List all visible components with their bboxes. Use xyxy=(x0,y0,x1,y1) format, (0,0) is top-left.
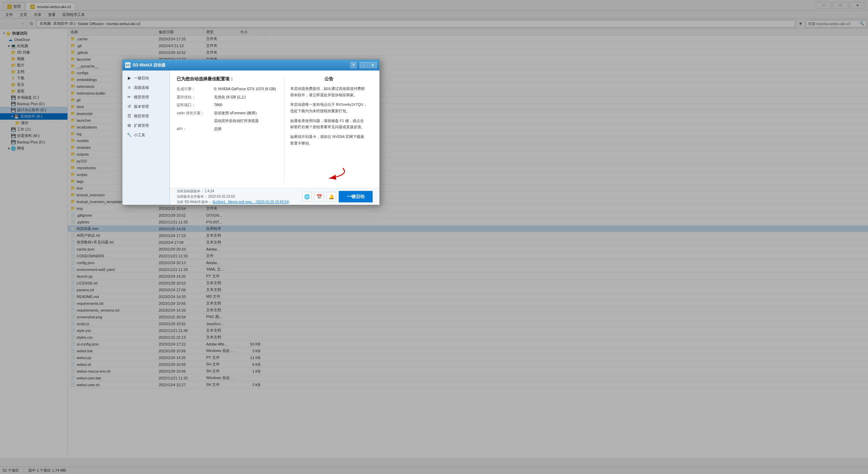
dialog-title-text: SD-WebUI 启动器 xyxy=(133,62,165,68)
dialog-nav-extensions[interactable]: ⊞ 扩展管理 xyxy=(122,121,170,130)
dialog-nav-advanced[interactable]: ≡ 高级选项 xyxy=(122,83,170,92)
info-label-browser xyxy=(177,118,214,124)
launch-icon: ▶ xyxy=(126,75,132,81)
dialog-nav-launch[interactable]: ▶ 一键启动 xyxy=(122,73,170,83)
footer-version-row: 当前启动器版本： 1.4.24 xyxy=(177,189,289,194)
advanced-icon: ≡ xyxy=(126,85,132,90)
footer-buttons: 🌐 📅 🔔 一键启动 xyxy=(302,191,373,202)
footer-sd-version-row: 当前 SD-WebUI 版本： 0cc0ee1 · Merge pull req… xyxy=(177,199,289,205)
info-value-xattn: 尝试使用 xFormers (推荐) xyxy=(214,110,279,116)
announcement-title: 公告 xyxy=(290,76,367,82)
dialog-nav-tools[interactable]: 🔧 小工具 xyxy=(122,130,170,140)
dialog-section-title: 已为您自动选择最佳配置项： xyxy=(177,76,279,82)
info-row-port: 监听端口： 7860 xyxy=(177,102,279,108)
dialog-nav-model-edit[interactable]: ✏ 模型管理 xyxy=(122,92,170,102)
info-value-vram: 无优化 (8 GB 以上) xyxy=(214,94,279,100)
info-value-api: 启用 xyxy=(214,126,279,132)
info-label-vram: 显存优化： xyxy=(177,94,214,100)
info-row-api: API： 启用 xyxy=(177,126,279,132)
dialog-footer: 当前启动器版本： 1.4.24 当前版本文件版本： 2023-03-25 22:… xyxy=(170,188,379,205)
dialog-help-button[interactable]: ? xyxy=(350,62,356,68)
dialog-overlay: SD SD-WebUI 启动器 ? ─ ✕ ▶ 一键启动 ≡ 高级选项 xyxy=(0,0,868,474)
footer-file-date-row: 当前版本文件版本： 2023-03-25 22:53 xyxy=(177,194,289,199)
announcement-text-3: 如遇各类使用问题，请按键盘 F1 键，或点击标签栏右侧？按钮查看常见问题或直接反… xyxy=(290,118,367,130)
announcement-text-4: 如果找不到显卡，请前往 NVIDIA 官网下载最新显卡驱动。 xyxy=(290,134,367,146)
footer-file-date-label: 当前版本文件版本： xyxy=(177,195,207,198)
footer-version-label: 当前启动器版本： xyxy=(177,189,204,193)
info-value-browser: 启动完毕后自动打开浏览器 xyxy=(214,118,279,124)
info-value-port: 7860 xyxy=(214,102,279,108)
info-row-gpu: 生成引擎： 0: NVIDIA GeForce GTX 1070 (8 GB) xyxy=(177,86,279,92)
dialog: SD SD-WebUI 启动器 ? ─ ✕ ▶ 一键启动 ≡ 高级选项 xyxy=(122,59,380,205)
info-label-xattn: xattn 优化方案： xyxy=(177,110,214,116)
model-icon: ☰ xyxy=(126,113,132,119)
dialog-announcement: 公告 本启动器免费提供，如出通过其他渠道付费获得本软件，请立即退款并投诉相应商家… xyxy=(284,76,373,182)
dialog-main: 已为您自动选择最佳配置项： 生成引擎： 0: NVIDIA GeForce GT… xyxy=(170,71,379,188)
dialog-title-controls: ? ─ ✕ xyxy=(350,62,377,68)
footer-calendar-button[interactable]: 📅 xyxy=(314,192,324,201)
announcement-text-2: 本启动器唯一发布地点位于 BV1ne4y1V7QU，也处下载均为未经授权的重新打… xyxy=(290,101,367,114)
dialog-title-icon: SD xyxy=(125,62,131,68)
tools-icon: 🔧 xyxy=(126,132,132,138)
version-icon: ↺ xyxy=(126,104,132,109)
dialog-content: 已为您自动选择最佳配置项： 生成引擎： 0: NVIDIA GeForce GT… xyxy=(170,71,379,205)
info-label-port: 监听端口： xyxy=(177,102,214,108)
footer-info: 当前启动器版本： 1.4.24 当前版本文件版本： 2023-03-25 22:… xyxy=(177,189,289,205)
one-click-launch-button[interactable]: 一键启动 xyxy=(339,191,373,202)
footer-bell-button[interactable]: 🔔 xyxy=(327,192,336,201)
info-row-browser: 启动完毕后自动打开浏览器 xyxy=(177,118,279,124)
announcement-text-1: 本启动器免费提供，如出通过其他渠道付费获得本软件，请立即退款并投诉相应商家。 xyxy=(290,85,367,98)
info-label-api: API： xyxy=(177,126,214,132)
footer-globe-button[interactable]: 🌐 xyxy=(302,192,312,201)
footer-sd-value[interactable]: 0cc0ee1 · Merge pull requ... (2023-02-20… xyxy=(213,200,289,204)
dialog-nav-version[interactable]: ↺ 版本管理 xyxy=(122,102,170,111)
extension-icon: ⊞ xyxy=(126,123,132,128)
dialog-close-button[interactable]: ✕ xyxy=(369,62,377,68)
footer-file-date-value: 2023-03-25 22:53 xyxy=(208,195,235,198)
dialog-info-panel: 已为您自动选择最佳配置项： 生成引擎： 0: NVIDIA GeForce GT… xyxy=(177,76,279,182)
dialog-nav-model-manage[interactable]: ☰ 模型管理 xyxy=(122,111,170,121)
info-label-gpu: 生成引擎： xyxy=(177,86,214,92)
dialog-minimize-button[interactable]: ─ xyxy=(360,62,368,68)
info-row-xattn: xattn 优化方案： 尝试使用 xFormers (推荐) xyxy=(177,110,279,116)
dialog-title-bar: SD SD-WebUI 启动器 ? ─ ✕ xyxy=(122,60,379,71)
dialog-body: ▶ 一键启动 ≡ 高级选项 ✏ 模型管理 ↺ 版本管理 ☰ 模型管理 xyxy=(122,71,379,205)
footer-version-value: 1.4.24 xyxy=(205,189,214,193)
footer-sd-label: 当前 SD-WebUI 版本： xyxy=(177,200,212,204)
edit-icon: ✏ xyxy=(126,94,132,100)
info-row-vram: 显存优化： 无优化 (8 GB 以上) xyxy=(177,94,279,100)
dialog-sidebar: ▶ 一键启动 ≡ 高级选项 ✏ 模型管理 ↺ 版本管理 ☰ 模型管理 xyxy=(122,71,170,205)
info-value-gpu: 0: NVIDIA GeForce GTX 1070 (8 GB) xyxy=(214,86,279,92)
